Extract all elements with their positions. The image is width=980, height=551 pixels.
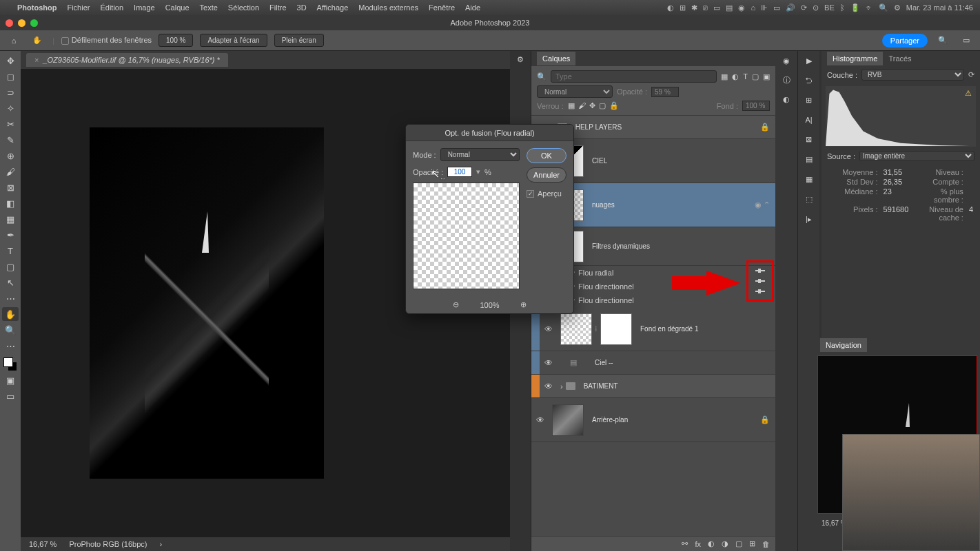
search-icon[interactable]: 🔍 — [879, 3, 888, 12]
status-icon[interactable]: ◐ — [667, 3, 674, 12]
fx-icon[interactable]: fx — [695, 540, 701, 548]
clock[interactable]: Mar. 23 mai à 11:46 — [906, 3, 973, 12]
menu-help[interactable]: Aide — [465, 3, 480, 12]
visibility-icon[interactable]: 👁 — [531, 415, 549, 425]
menu-window[interactable]: Fenêtre — [429, 3, 455, 12]
path-tool[interactable]: ↖ — [2, 276, 19, 289]
lock-artboard-icon[interactable]: ▢ — [599, 101, 606, 110]
status-zoom[interactable]: 16,67 % — [29, 540, 57, 548]
status-icon[interactable]: ◉ — [738, 3, 745, 12]
filter-smart-icon[interactable]: ▣ — [763, 72, 770, 81]
menu-layer[interactable]: Calque — [165, 3, 190, 12]
locale-icon[interactable]: BE — [824, 3, 835, 12]
app-menu[interactable]: Photoshop — [17, 3, 57, 12]
properties-icon[interactable]: ▤ — [806, 155, 813, 164]
filter-image-icon[interactable]: ▦ — [721, 72, 728, 81]
minimize-window-button[interactable] — [18, 19, 25, 27]
ruler-icon[interactable]: |▸ — [806, 215, 812, 224]
lasso-tool[interactable]: ⊃ — [2, 85, 19, 99]
layers-tab[interactable]: Calques — [537, 52, 575, 65]
hand-tool[interactable]: ✋ — [2, 307, 19, 321]
blend-mode-select[interactable]: Normal — [440, 148, 520, 161]
shape-tool[interactable]: ▢ — [2, 260, 19, 273]
zoom-tool[interactable]: 🔍 — [2, 323, 19, 337]
filter-shape-icon[interactable]: ▢ — [752, 72, 759, 81]
volume-icon[interactable]: 🔊 — [786, 3, 795, 12]
fill-input[interactable] — [742, 101, 770, 111]
adjustment-icon[interactable]: ◑ — [722, 539, 728, 548]
full-screen-button[interactable]: Plein écran — [274, 34, 324, 47]
clone-icon[interactable]: ⊠ — [806, 135, 812, 144]
layer-group-batiment[interactable]: 👁 › BATIMENT — [531, 375, 775, 398]
libraries-icon[interactable]: ⬚ — [806, 195, 813, 204]
adjustments-icon[interactable]: ⚙ — [517, 55, 524, 64]
heal-tool[interactable]: ⊕ — [2, 149, 19, 163]
layer-filter[interactable] — [551, 70, 717, 83]
blend-options-icon[interactable] — [755, 280, 765, 282]
menu-selection[interactable]: Sélection — [228, 3, 259, 12]
close-tab-icon[interactable]: × — [34, 56, 39, 64]
status-icon[interactable]: ⎚ — [703, 3, 708, 12]
group-icon[interactable]: ▢ — [735, 539, 742, 548]
opacity-input[interactable] — [447, 167, 472, 177]
blend-options-icon[interactable] — [755, 291, 765, 292]
color-swatches[interactable] — [3, 357, 17, 371]
menu-plugins[interactable]: Modules externes — [358, 3, 418, 12]
swatches-icon[interactable]: ⊞ — [806, 96, 812, 105]
filter-type-icon[interactable]: T — [743, 72, 748, 81]
menu-3d[interactable]: 3D — [297, 3, 307, 12]
gradient-tool[interactable]: ▦ — [2, 212, 19, 226]
status-icon[interactable]: ⊪ — [761, 3, 768, 12]
battery-icon[interactable]: 🔋 — [850, 3, 860, 12]
brush-tool[interactable]: 🖌 — [2, 165, 19, 178]
hand-tool-icon[interactable]: ✋ — [29, 32, 45, 49]
status-icon[interactable]: ⊞ — [680, 3, 686, 12]
cancel-button[interactable]: Annuler — [527, 167, 566, 183]
document-tab[interactable]: × _OZ93605-Modifier.tif @ 16,7% (nuages,… — [26, 53, 228, 67]
close-window-button[interactable] — [6, 19, 13, 27]
quickmask-tool[interactable]: ▣ — [2, 373, 19, 387]
move-tool[interactable]: ✥ — [2, 54, 19, 67]
menu-view[interactable]: Affichage — [317, 3, 349, 12]
menu-file[interactable]: Fichier — [67, 3, 90, 12]
history-icon[interactable]: ⮌ — [805, 76, 813, 85]
status-icon[interactable]: ⌂ — [751, 3, 755, 12]
zoom-out-icon[interactable]: ⊖ — [453, 300, 459, 309]
ok-button[interactable]: OK — [527, 148, 566, 163]
workspace-icon[interactable]: ▭ — [958, 32, 974, 49]
navigation-tab[interactable]: Navigation — [820, 338, 867, 352]
traces-tab[interactable]: Tracés — [883, 52, 917, 65]
home-icon[interactable]: ⌂ — [6, 32, 22, 49]
brush-preset-icon[interactable]: ◐ — [783, 95, 790, 104]
warning-icon[interactable]: ⚠ — [965, 89, 972, 98]
scroll-windows-checkbox[interactable]: Défilement des fenêtres — [61, 36, 152, 45]
new-layer-icon[interactable]: ⊞ — [749, 539, 755, 548]
status-icon[interactable]: ⟳ — [801, 3, 807, 12]
preview-checkbox[interactable]: ✓Aperçu — [527, 189, 566, 198]
link-icon[interactable]: ⚯ — [682, 539, 688, 548]
status-icon[interactable]: ▭ — [773, 3, 780, 12]
refresh-icon[interactable]: ⟳ — [968, 70, 974, 79]
pen-tool[interactable]: ✒ — [2, 228, 19, 242]
share-button[interactable]: Partager — [882, 34, 928, 48]
control-center-icon[interactable]: ⚙ — [894, 3, 901, 12]
info-icon[interactable]: ⓘ — [783, 75, 790, 85]
marquee-tool[interactable]: ◻ — [2, 70, 19, 83]
lock-icon[interactable]: 🔒 — [760, 123, 770, 132]
screenmode-tool[interactable]: ▭ — [2, 389, 19, 403]
wand-tool[interactable]: ✧ — [2, 101, 19, 115]
zoom-in-icon[interactable]: ⊕ — [520, 300, 527, 309]
wifi-icon[interactable]: ᯤ — [866, 3, 873, 12]
fit-screen-button[interactable]: Adapter à l'écran — [200, 34, 267, 47]
blend-options-icon[interactable] — [755, 270, 765, 271]
bluetooth-icon[interactable]: ᛒ — [840, 3, 845, 12]
status-icon[interactable]: ▤ — [726, 3, 733, 12]
layer-background[interactable]: 👁 Arrière-plan 🔒 — [531, 398, 775, 442]
trash-icon[interactable]: 🗑 — [762, 540, 770, 548]
lock-icon[interactable]: 🔒 — [760, 415, 770, 424]
eyedropper-tool[interactable]: ✎ — [2, 133, 19, 147]
channel-select[interactable]: RVB — [861, 69, 964, 81]
status-icon[interactable]: ▭ — [713, 3, 720, 12]
source-select[interactable]: Image entière — [859, 151, 974, 161]
visibility-icon[interactable]: 👁 — [540, 324, 558, 334]
